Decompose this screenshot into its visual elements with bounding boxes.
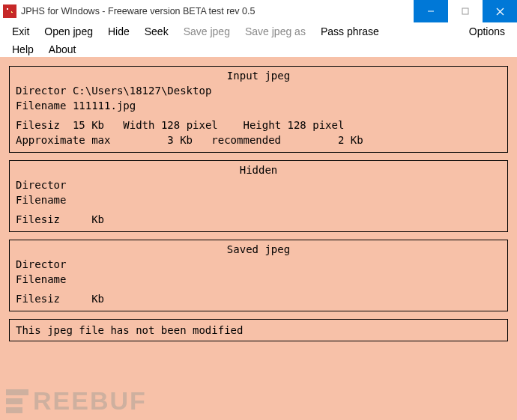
hidden-filesize-value: Kb [91, 213, 104, 225]
input-approx-value: 3 Kb [167, 134, 193, 146]
saved-jpeg-title: Saved jpeg [16, 243, 501, 255]
minimize-icon [427, 7, 435, 15]
input-jpeg-panel: Input jpeg Director C:\Users\18127\Deskt… [9, 66, 508, 153]
hidden-title: Hidden [16, 164, 501, 176]
hidden-filesize-row: Filesiz Kb [16, 212, 501, 227]
input-directory-label: Director [16, 85, 66, 97]
menu-save-jpeg-as[interactable]: Save jpeg as [238, 24, 313, 39]
menu-about[interactable]: About [41, 42, 84, 57]
minimize-button[interactable] [414, 0, 448, 22]
watermark-f-icon [6, 389, 28, 413]
menu-pass-phrase[interactable]: Pass phrase [313, 24, 387, 39]
input-dims-row: Filesiz 15 Kb Width 128 pixel Height 128… [16, 118, 501, 133]
input-filename-value: 111111.jpg [73, 100, 136, 112]
saved-filename-row: Filename [16, 272, 501, 287]
input-approx-row: Approximate max 3 Kb recommended 2 Kb [16, 133, 501, 147]
saved-directory-row: Director [16, 257, 501, 272]
content-area: Input jpeg Director C:\Users\18127\Deskt… [0, 57, 517, 420]
hidden-panel: Hidden Director Filename Filesiz Kb [9, 160, 508, 232]
maximize-icon [462, 7, 469, 15]
saved-filesize-value: Kb [91, 293, 104, 305]
title-bar: JPHS for WIndows - Freeware version BETA… [0, 0, 517, 22]
input-width-value: 128 pixel [161, 119, 218, 131]
app-icon [3, 4, 16, 18]
hidden-filename-label: Filename [16, 194, 66, 206]
input-height-value: 128 pixel [288, 119, 345, 131]
maximize-button[interactable] [448, 0, 483, 22]
hidden-directory-row: Director [16, 177, 501, 192]
input-directory-value: C:\Users\18127\Desktop [73, 85, 211, 97]
input-filesize-value: 15 Kb [73, 119, 104, 131]
status-message: This jpeg file has not been modified [9, 319, 508, 341]
saved-filesize-row: Filesiz Kb [16, 291, 501, 306]
input-width-label: Width [123, 119, 154, 131]
saved-filesize-label: Filesiz [16, 293, 60, 305]
input-filename-label: Filename [16, 100, 66, 112]
saved-jpeg-panel: Saved jpeg Director Filename Filesiz Kb [9, 240, 508, 311]
hidden-filename-row: Filename [16, 192, 501, 207]
watermark: REEBUF [6, 386, 147, 416]
menu-seek[interactable]: Seek [137, 24, 176, 39]
input-rec-value: 2 Kb [338, 134, 363, 146]
input-directory-row: Director C:\Users\18127\Desktop [16, 83, 501, 98]
menu-options[interactable]: Options [462, 24, 513, 39]
menu-help[interactable]: Help [4, 42, 41, 57]
menu-hide[interactable]: Hide [100, 24, 137, 39]
menu-open-jpeg[interactable]: Open jpeg [37, 24, 100, 39]
svg-rect-1 [462, 8, 468, 14]
input-filename-row: Filename 111111.jpg [16, 98, 501, 113]
input-rec-label: recommended [211, 134, 281, 146]
window-controls [414, 0, 517, 22]
saved-directory-label: Director [16, 258, 66, 270]
input-height-label: Height [244, 119, 282, 131]
close-button[interactable] [483, 0, 517, 22]
menu-bar: Exit Open jpeg Hide Seek Save jpeg Save … [0, 22, 517, 42]
hidden-filesize-label: Filesiz [16, 213, 60, 225]
hidden-directory-label: Director [16, 179, 66, 191]
close-icon [496, 7, 504, 16]
saved-filename-label: Filename [16, 273, 66, 285]
menu-exit[interactable]: Exit [4, 24, 37, 39]
input-jpeg-title: Input jpeg [16, 70, 501, 82]
menu-save-jpeg[interactable]: Save jpeg [176, 24, 238, 39]
watermark-text: REEBUF [33, 386, 147, 416]
window-title: JPHS for WIndows - Freeware version BETA… [21, 6, 414, 16]
input-filesize-label: Filesiz [16, 119, 60, 131]
input-approx-label: Approximate max [16, 134, 110, 146]
